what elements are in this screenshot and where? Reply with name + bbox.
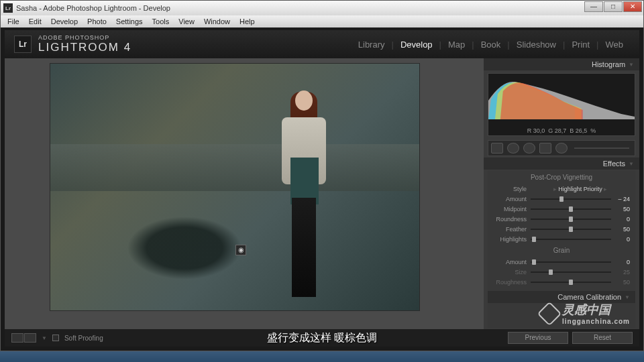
app-header: Lr ADOBE PHOTOSHOP LIGHTROOM 4 Library|D…: [5, 30, 639, 58]
slider-value[interactable]: 50: [611, 226, 630, 233]
slider-value[interactable]: 0: [611, 259, 630, 265]
menu-edit[interactable]: Edit: [25, 16, 46, 27]
slider-midpoint[interactable]: [531, 206, 611, 213]
menu-help[interactable]: Help: [235, 16, 259, 27]
slider-value[interactable]: 50: [611, 279, 630, 286]
slider-roundness[interactable]: [531, 216, 611, 223]
module-print[interactable]: Print: [565, 40, 596, 50]
slider-value[interactable]: 50: [611, 206, 630, 213]
slider-label: Highlights: [493, 236, 531, 243]
window-title: Sasha - Adobe Photoshop Lightroom - Deve…: [16, 4, 170, 12]
module-library[interactable]: Library: [352, 40, 392, 50]
brand-small: ADOBE PHOTOSHOP: [38, 34, 131, 41]
lightroom-logo-icon: Lr: [14, 36, 32, 53]
module-web[interactable]: Web: [599, 40, 631, 50]
watermark: 灵感中国 lingganchina.com: [541, 302, 630, 325]
effects-header[interactable]: Effects▼: [484, 158, 639, 170]
minimize-button[interactable]: —: [584, 1, 603, 12]
video-subtitle: 盛行变成这样 暖棕色调: [1, 331, 643, 345]
histogram-header[interactable]: Histogram▼: [484, 58, 639, 70]
brush-tool-icon[interactable]: [555, 143, 568, 154]
histogram[interactable]: R 30,0 G 28,7 B 26,5 %: [488, 73, 635, 136]
slider-highlights[interactable]: [531, 236, 611, 243]
module-picker: Library|Develop|Map|Book|Slideshow|Print…: [352, 40, 630, 50]
slider-label: Amount: [493, 259, 531, 265]
menu-settings[interactable]: Settings: [112, 16, 147, 27]
module-map[interactable]: Map: [441, 40, 472, 50]
redeye-tool-icon[interactable]: [523, 143, 535, 154]
menu-file[interactable]: File: [3, 16, 23, 27]
tool-strip: [488, 140, 635, 156]
vignette-section-title: Post-Crop Vignetting: [488, 171, 635, 184]
slider-roughness: [531, 279, 611, 286]
menu-window[interactable]: Window: [200, 16, 234, 27]
window-titlebar: Lr Sasha - Adobe Photoshop Lightroom - D…: [1, 1, 643, 15]
slider-feather[interactable]: [531, 226, 611, 233]
right-panel: Histogram▼ R 30,0 G 28,7 B 26,5 %: [484, 58, 639, 329]
slider-label: Amount: [493, 196, 531, 202]
module-develop[interactable]: Develop: [394, 40, 439, 50]
slider-value[interactable]: 25: [611, 269, 630, 276]
menu-photo[interactable]: Photo: [83, 16, 111, 27]
slider-label: Roughness: [493, 279, 531, 286]
color-sampler-icon[interactable]: ◉: [235, 245, 246, 255]
spot-tool-icon[interactable]: [507, 143, 519, 154]
photo-preview[interactable]: ◉: [50, 64, 419, 310]
grain-section-title: Grain: [488, 244, 635, 257]
close-button[interactable]: ✕: [623, 1, 642, 12]
gradient-tool-icon[interactable]: [539, 143, 551, 154]
vignette-style-dropdown[interactable]: Highlight Priority: [531, 186, 630, 192]
slider-amount[interactable]: [531, 259, 611, 265]
watermark-logo-icon: [537, 301, 562, 326]
menu-develop[interactable]: Develop: [47, 16, 82, 27]
module-book[interactable]: Book: [474, 40, 508, 50]
slider-label: Size: [493, 269, 531, 276]
windows-taskbar[interactable]: [0, 351, 644, 362]
app-icon: Lr: [3, 3, 13, 13]
preview-area[interactable]: ◉: [5, 58, 484, 329]
crop-tool-icon[interactable]: [491, 143, 503, 154]
slider-label: Roundness: [493, 216, 531, 223]
menu-tools[interactable]: Tools: [148, 16, 174, 27]
slider-value[interactable]: 0: [611, 236, 630, 243]
slider-size: [531, 269, 611, 276]
module-slideshow[interactable]: Slideshow: [510, 40, 563, 50]
menu-view[interactable]: View: [174, 16, 199, 27]
slider-value[interactable]: – 24: [611, 196, 630, 202]
slider-label: Feather: [493, 226, 531, 233]
brush-size-slider[interactable]: [574, 147, 629, 149]
maximize-button[interactable]: □: [604, 1, 623, 12]
style-label: Style: [493, 186, 531, 192]
slider-amount[interactable]: [531, 196, 611, 202]
histogram-readout: R 30,0 G 28,7 B 26,5 %: [488, 127, 635, 134]
menubar: FileEditDevelopPhotoSettingsToolsViewWin…: [1, 15, 643, 27]
brand-big: LIGHTROOM 4: [38, 41, 131, 54]
slider-label: Midpoint: [493, 206, 531, 213]
slider-value[interactable]: 0: [611, 216, 630, 223]
